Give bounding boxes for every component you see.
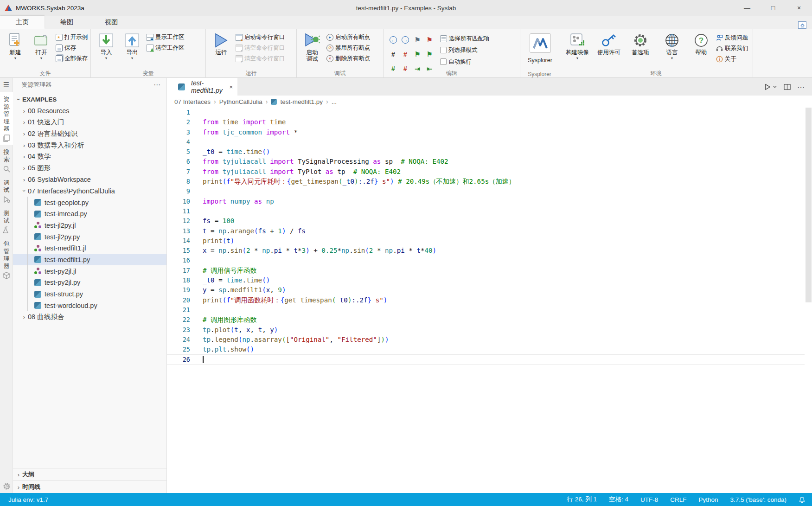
start-commandline-button[interactable]: 启动命令行窗口: [236, 33, 285, 41]
import-button[interactable]: 导入 ▼: [95, 31, 118, 70]
notifications-bell-icon[interactable]: [799, 496, 806, 503]
globe-icon: [664, 32, 680, 48]
about-button[interactable]: i 关于: [716, 55, 748, 63]
edit-tool-icon[interactable]: ⚑: [423, 47, 435, 61]
tab-test-medfilt1-py[interactable]: test-medfilt1.py ×: [167, 78, 237, 96]
tree-folder[interactable]: ›04 数学: [13, 151, 166, 162]
tree-file-test-medfilt1.jl[interactable]: test-medfilt1.jl: [13, 243, 166, 254]
activity-explorer[interactable]: 资源管理器: [0, 92, 13, 145]
tree-file-test-py2jl.jl[interactable]: test-py2jl.jl: [13, 265, 166, 277]
cursor-position-status[interactable]: 行 26, 列 1: [567, 495, 597, 504]
select-all-matches-button[interactable]: 选择所有匹配项: [440, 34, 490, 43]
close-button[interactable]: ×: [786, 0, 812, 16]
breadcrumb-subfolder[interactable]: PythonCallJulia: [219, 98, 262, 105]
word-wrap-checkbox[interactable]: 自动换行: [440, 58, 490, 66]
run-file-button[interactable]: [764, 83, 777, 90]
maximize-button[interactable]: □: [760, 0, 786, 16]
contact-us-button[interactable]: 联系我们: [716, 44, 748, 52]
feedback-button[interactable]: 反馈问题: [716, 33, 748, 42]
code-editor[interactable]: 12from time import time3from tjc_common …: [167, 108, 805, 493]
tree-file-test-struct.py[interactable]: test-struct.py: [13, 288, 166, 300]
editor-region: test-medfilt1.py × ⋯ 07 Interfaces › Pyt…: [167, 78, 812, 493]
disable-all-breakpoints-button[interactable]: ⊘禁用所有断点: [326, 44, 370, 52]
clear-commandline-icon: [236, 55, 243, 62]
preferences-button[interactable]: 首选项: [626, 31, 655, 70]
collapse-ribbon-icon[interactable]: [798, 21, 806, 29]
julia-env-status[interactable]: Julia env: v1.7: [0, 496, 48, 503]
edit-tool-icon[interactable]: ←: [387, 32, 399, 47]
tree-folder[interactable]: ›08 曲线拟合: [13, 311, 166, 323]
clear-workspace-button[interactable]: 清空工作区: [147, 44, 185, 52]
split-editor-icon[interactable]: [784, 83, 791, 90]
new-button[interactable]: 新建 ▼: [4, 31, 27, 70]
python-interpreter-status[interactable]: 3.7.5 ('base': conda): [730, 496, 786, 503]
info-icon: i: [716, 56, 723, 63]
open-button[interactable]: 打开 ▼: [30, 31, 53, 70]
ribbon-group-sysplorer: Sysplorer Sysplorer: [520, 29, 559, 78]
start-debug-button[interactable]: 启动调试: [301, 31, 324, 70]
tree-folder[interactable]: ›03 数据导入和分析: [13, 140, 166, 151]
build-image-button[interactable]: 构建映像 ▼: [563, 31, 592, 70]
activity-package-manager[interactable]: 包管理器: [0, 237, 13, 282]
help-button[interactable]: ? 帮助: [689, 31, 713, 70]
edit-tool-icon[interactable]: ⚑: [423, 32, 435, 47]
checkbox-icon: [440, 58, 447, 65]
ribbon-tab-plot[interactable]: 绘图: [45, 16, 89, 29]
julia-file-icon: [34, 245, 41, 252]
breadcrumb-symbol[interactable]: ...: [332, 98, 337, 105]
edit-tool-icon[interactable]: #: [399, 47, 411, 61]
column-select-checkbox[interactable]: 列选择模式: [440, 46, 490, 54]
sysplorer-button[interactable]: [530, 33, 551, 53]
activity-debug[interactable]: 调试: [0, 175, 13, 206]
save-button[interactable]: 保存: [56, 44, 88, 52]
tree-file-test-py2jl.py[interactable]: test-py2jl.py: [13, 277, 166, 288]
outline-section[interactable]: ›大纲: [13, 468, 166, 480]
tree-file-test-wordcloud.py[interactable]: test-wordcloud.py: [13, 300, 166, 311]
language-mode-status[interactable]: Python: [698, 496, 718, 503]
tree-folder-open[interactable]: ›07 Interfaces\PythonCallJulia: [13, 186, 166, 197]
ribbon-tab-home[interactable]: 主页: [0, 16, 45, 29]
license-button[interactable]: 使用许可: [595, 31, 623, 70]
show-workspace-button[interactable]: 显示工作区: [147, 33, 185, 41]
tree-file-test-imread.py[interactable]: test-imread.py: [13, 208, 166, 220]
edit-tool-icon[interactable]: ⚑: [411, 32, 423, 47]
breadcrumb-file[interactable]: test-medfilt1.py: [280, 98, 323, 105]
breadcrumb-folder[interactable]: 07 Interfaces: [174, 98, 211, 105]
tree-root-examples[interactable]: ›EXAMPLES: [13, 94, 166, 105]
eol-status[interactable]: CRLF: [670, 496, 686, 503]
tree-file-test-geoplot.py[interactable]: test-geoplot.py: [13, 197, 166, 208]
minimize-button[interactable]: —: [734, 0, 760, 16]
editor-more-icon[interactable]: ⋯: [797, 83, 805, 91]
tree-folder[interactable]: ›06 SyslabWorkspace: [13, 174, 166, 186]
export-button[interactable]: 导出 ▼: [121, 31, 144, 70]
language-button[interactable]: 语言 ▼: [658, 31, 686, 70]
menu-hamburger-icon[interactable]: ☰: [0, 78, 13, 92]
editor-scrollbar[interactable]: [806, 108, 812, 302]
edit-tool-icon[interactable]: ⚑: [411, 47, 423, 61]
open-example-button[interactable]: 打开示例: [56, 33, 88, 41]
enable-all-breakpoints-button[interactable]: ▸启动所有断点: [326, 33, 370, 41]
tree-folder[interactable]: ›05 图形: [13, 162, 166, 174]
tree-file-test-jl2py.py[interactable]: test-jl2py.py: [13, 231, 166, 243]
run-button[interactable]: 运行: [210, 31, 233, 70]
chevron-collapsed-icon: ›: [20, 165, 28, 172]
activity-test[interactable]: 测试: [0, 206, 13, 237]
settings-gear-icon[interactable]: [3, 482, 11, 490]
tree-file-test-jl2py.jl[interactable]: test-jl2py.jl: [13, 220, 166, 231]
timeline-section[interactable]: ›时间线: [13, 480, 166, 493]
encoding-status[interactable]: UTF-8: [640, 496, 658, 503]
tree-folder[interactable]: ›00 Resources: [13, 105, 166, 117]
tree-folder[interactable]: ›01 快速入门: [13, 116, 166, 128]
delete-all-breakpoints-button[interactable]: ×删除所有断点: [326, 54, 370, 63]
ribbon-tab-view[interactable]: 视图: [89, 16, 134, 29]
indentation-status[interactable]: 空格: 4: [609, 495, 628, 504]
save-all-button[interactable]: 全部保存: [56, 54, 88, 63]
tab-close-icon[interactable]: ×: [229, 83, 233, 90]
code-line: 17# 调用信号库函数: [167, 266, 805, 275]
explorer-more-icon[interactable]: ⋯: [153, 81, 161, 89]
edit-tool-icon[interactable]: →: [399, 32, 411, 47]
tree-file-test-medfilt1.py[interactable]: test-medfilt1.py: [13, 254, 166, 266]
tree-folder[interactable]: ›02 语言基础知识: [13, 128, 166, 140]
edit-tool-icon[interactable]: #: [387, 47, 399, 61]
activity-search[interactable]: 搜索: [0, 145, 13, 175]
